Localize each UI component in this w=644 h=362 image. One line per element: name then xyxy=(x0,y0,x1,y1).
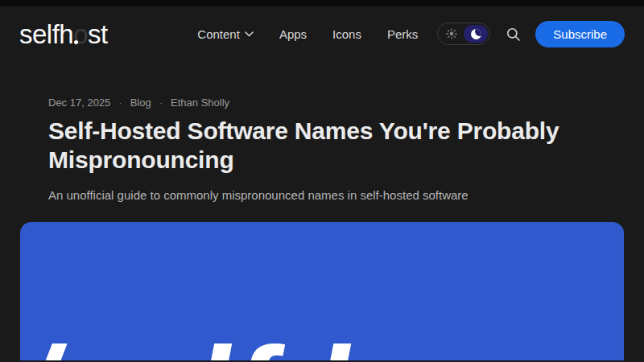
hero-image: /sɛlf hoʊst/ xyxy=(20,222,624,360)
main-nav: Content Apps Icons Perks xyxy=(197,27,418,41)
moon-icon xyxy=(471,29,481,39)
moon-toggle-pill xyxy=(464,25,488,43)
search-button[interactable] xyxy=(503,24,522,43)
article-author: Ethan Sholly xyxy=(171,97,229,109)
hero-pronunciation-text: /sɛlf hoʊst/ xyxy=(20,328,624,360)
article-meta: Dec 17, 2025 · Blog · Ethan Sholly xyxy=(48,97,624,109)
page-title: Self-Hosted Software Names You're Probab… xyxy=(48,117,564,175)
logo-text-left: selfh xyxy=(19,21,73,47)
chevron-down-icon xyxy=(245,31,254,37)
logo-text-right: st xyxy=(88,21,108,47)
meta-separator: · xyxy=(159,97,163,109)
theme-toggle[interactable] xyxy=(437,23,490,45)
sun-icon xyxy=(440,25,464,43)
nav-item-content[interactable]: Content xyxy=(197,27,254,41)
nav-item-perks[interactable]: Perks xyxy=(387,27,418,41)
header-actions: Subscribe xyxy=(437,21,625,47)
article-page: Dec 17, 2025 · Blog · Ethan Sholly Self-… xyxy=(0,61,644,360)
subscribe-button[interactable]: Subscribe xyxy=(535,21,625,47)
article-subtitle: An unofficial guide to commonly misprono… xyxy=(48,187,624,204)
article-category: Blog xyxy=(130,97,151,109)
article-date: Dec 17, 2025 xyxy=(48,97,110,109)
logo-dot xyxy=(74,40,78,44)
meta-separator: · xyxy=(118,97,122,109)
search-icon xyxy=(506,27,521,42)
site-logo[interactable]: selfhost xyxy=(19,21,108,47)
nav-item-apps[interactable]: Apps xyxy=(279,27,307,41)
nav-item-icons[interactable]: Icons xyxy=(332,27,361,41)
window-top-strip xyxy=(0,0,644,6)
site-header: selfhost Content Apps Icons Perks xyxy=(0,6,644,61)
logo-ghost-o: o xyxy=(73,21,88,47)
